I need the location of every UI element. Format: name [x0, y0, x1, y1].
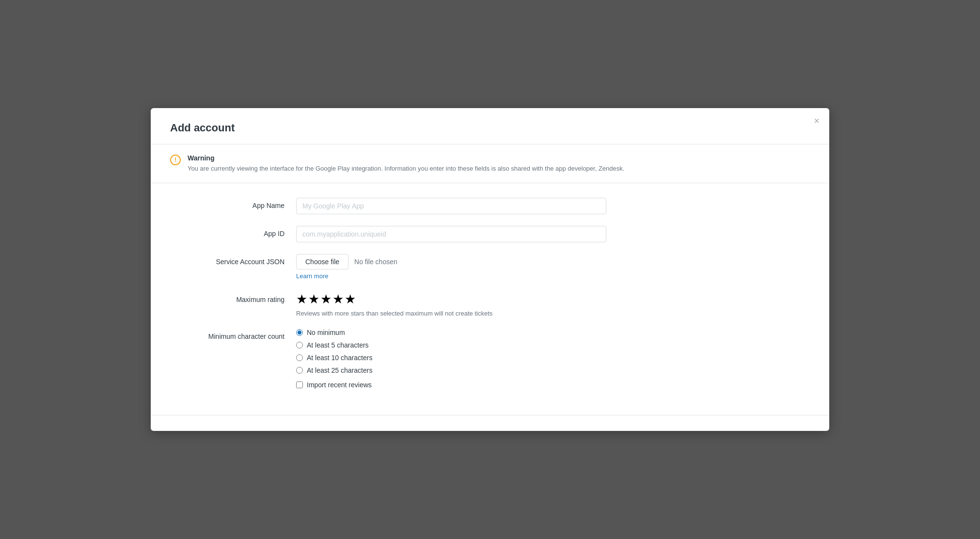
import-recent-reviews-checkbox-item[interactable]: Import recent reviews	[296, 381, 606, 389]
import-recent-reviews-label: Import recent reviews	[307, 381, 372, 389]
modal-footer	[151, 415, 829, 431]
form-body: App Name App ID Service Account JSON Cho…	[151, 183, 829, 415]
service-account-label: Service Account JSON	[170, 254, 296, 266]
app-name-row: App Name	[170, 198, 810, 214]
warning-section: ! Warning You are currently viewing the …	[151, 144, 829, 184]
app-name-field	[296, 198, 606, 214]
stars-row: ★ ★ ★ ★ ★	[296, 292, 606, 307]
star-4[interactable]: ★	[332, 292, 344, 307]
radio-no-minimum[interactable]: No minimum	[296, 329, 606, 336]
warning-text: You are currently viewing the interface …	[188, 164, 810, 174]
warning-icon: !	[170, 155, 181, 165]
radio-10-chars[interactable]: At least 10 characters	[296, 354, 606, 362]
app-id-field	[296, 226, 606, 242]
radio-no-minimum-label: No minimum	[307, 329, 345, 336]
app-name-label: App Name	[170, 198, 296, 209]
radio-25-chars-input[interactable]	[296, 367, 303, 374]
minimum-char-row: Minimum character count No minimum At le…	[170, 329, 810, 389]
learn-more-link[interactable]: Learn more	[296, 272, 328, 280]
warning-title: Warning	[188, 154, 810, 162]
radio-10-chars-label: At least 10 characters	[307, 354, 372, 362]
star-2[interactable]: ★	[308, 292, 319, 307]
maximum-rating-label: Maximum rating	[170, 292, 296, 303]
star-1[interactable]: ★	[296, 292, 307, 307]
radio-25-chars-label: At least 25 characters	[307, 366, 372, 374]
minimum-char-field: No minimum At least 5 characters At leas…	[296, 329, 606, 389]
service-account-row: Service Account JSON Choose file No file…	[170, 254, 810, 280]
radio-10-chars-input[interactable]	[296, 354, 303, 361]
maximum-rating-field: ★ ★ ★ ★ ★ Reviews with more stars than s…	[296, 292, 606, 317]
no-file-text: No file chosen	[354, 258, 397, 266]
app-id-input[interactable]	[296, 226, 606, 242]
radio-group: No minimum At least 5 characters At leas…	[296, 329, 606, 374]
star-3[interactable]: ★	[320, 292, 332, 307]
radio-5-chars-label: At least 5 characters	[307, 341, 369, 349]
close-button[interactable]: ×	[814, 116, 820, 126]
warning-content: Warning You are currently viewing the in…	[188, 154, 810, 174]
radio-5-chars[interactable]: At least 5 characters	[296, 341, 606, 349]
app-id-row: App ID	[170, 226, 810, 242]
file-input-row: Choose file No file chosen	[296, 254, 606, 270]
minimum-char-label: Minimum character count	[170, 329, 296, 340]
modal-header: Add account	[151, 108, 829, 144]
choose-file-button[interactable]: Choose file	[296, 254, 348, 270]
radio-5-chars-input[interactable]	[296, 342, 303, 349]
service-account-field: Choose file No file chosen Learn more	[296, 254, 606, 280]
star-5[interactable]: ★	[345, 292, 356, 307]
app-name-input[interactable]	[296, 198, 606, 214]
import-recent-checkbox[interactable]	[296, 381, 303, 388]
stars-description: Reviews with more stars than selected ma…	[296, 310, 606, 317]
modal-title: Add account	[170, 122, 810, 134]
radio-no-minimum-input[interactable]	[296, 329, 303, 336]
app-id-label: App ID	[170, 226, 296, 238]
add-account-modal: × Add account ! Warning You are currentl…	[151, 108, 829, 431]
radio-25-chars[interactable]: At least 25 characters	[296, 366, 606, 374]
maximum-rating-row: Maximum rating ★ ★ ★ ★ ★ Reviews with mo…	[170, 292, 810, 317]
